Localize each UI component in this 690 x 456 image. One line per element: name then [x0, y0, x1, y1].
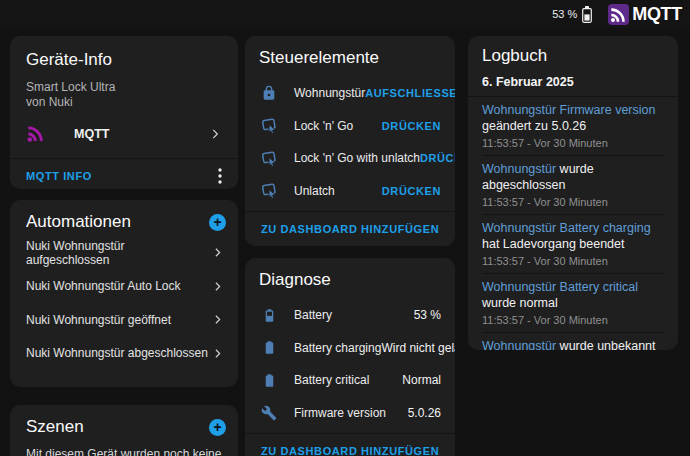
- diagnostic-row: Battery charging Wird nicht geladen: [259, 332, 441, 365]
- battery-charging-value: Wird nicht geladen: [381, 341, 455, 355]
- battery-value: 53 %: [414, 308, 441, 322]
- lock-icon: [259, 85, 279, 101]
- chevron-right-icon: [211, 246, 224, 259]
- automation-item[interactable]: Nuki Wohnungstür geöffnet: [10, 303, 238, 337]
- scenes-title: Szenen: [26, 417, 84, 437]
- automations-list: Nuki Wohnungstür aufgeschlossen Nuki Woh…: [10, 236, 238, 370]
- logbook-entry: Wohnungstür Firmware version geändert zu…: [482, 97, 664, 156]
- connection-row-mqtt[interactable]: MQTT: [26, 119, 222, 149]
- automation-item[interactable]: Nuki Wohnungstür Auto Lock: [10, 270, 238, 304]
- add-automation-button[interactable]: +: [209, 214, 226, 231]
- logbook-entity-link[interactable]: Wohnungstür Battery critical: [482, 280, 638, 294]
- automations-card: Automationen + Nuki Wohnungstür aufgesch…: [10, 200, 238, 387]
- logbook-entity-link[interactable]: Wohnungstür: [482, 339, 556, 350]
- wrench-icon: [259, 405, 279, 421]
- unlock-button[interactable]: AUFSCHLIESSEN: [365, 87, 455, 99]
- battery-half-icon: [259, 308, 279, 323]
- automation-item[interactable]: Nuki Wohnungstür abgeschlossen: [10, 337, 238, 371]
- device-summary: Smart Lock Ultra von Nuki: [26, 80, 222, 110]
- add-controls-to-dashboard-button[interactable]: ZU DASHBOARD HINZUFÜGEN: [261, 223, 439, 235]
- lock-n-go-button[interactable]: DRÜCKEN: [382, 120, 441, 132]
- app-brand-name: MQTT: [632, 4, 682, 25]
- chevron-right-icon: [211, 313, 224, 326]
- logbook-timestamp: 11:53:57 - Vor 30 Minuten: [482, 314, 664, 326]
- battery-icon: [259, 340, 279, 355]
- logbook-entry-text: hat Ladevorgang beendet: [482, 237, 625, 251]
- mqtt-logo-icon: [608, 4, 629, 25]
- controls-title: Steuerelemente: [259, 48, 441, 68]
- status-battery-percent: 53 %: [552, 8, 577, 20]
- unlatch-button[interactable]: DRÜCKEN: [382, 185, 441, 197]
- add-diagnostics-to-dashboard-button[interactable]: ZU DASHBOARD HINZUFÜGEN: [261, 445, 439, 456]
- scenes-empty-text: Mit diesem Gerät wurden noch keine Szene…: [10, 437, 238, 456]
- gesture-tap-icon: [259, 117, 279, 134]
- logbook-title: Logbuch: [482, 46, 664, 66]
- diagnostic-row: Battery critical Normal: [259, 364, 441, 397]
- battery-critical-value: Normal: [402, 373, 441, 387]
- logbook-entry: Wohnungstür Battery critical wurde norma…: [482, 274, 664, 333]
- logbook-entry-text: geändert zu 5.0.26: [482, 119, 586, 133]
- diagnostic-row: Battery 53 %: [259, 299, 441, 332]
- gesture-tap-icon: [259, 150, 279, 167]
- logbook-entity-link[interactable]: Wohnungstür: [482, 162, 556, 176]
- device-info-card: Geräte-Info Smart Lock Ultra von Nuki MQ…: [10, 36, 238, 189]
- add-scene-button[interactable]: +: [209, 419, 226, 436]
- control-row: Wohnungstür AUFSCHLIESSEN: [259, 77, 441, 110]
- middle-column: Steuerelemente Wohnungstür AUFSCHLIESSEN: [245, 36, 455, 456]
- firmware-version-value: 5.0.26: [408, 406, 441, 420]
- gesture-tap-icon: [259, 182, 279, 199]
- right-column: Logbuch 6. Februar 2025 Wohnungstür Firm…: [468, 36, 678, 456]
- logbook-entry-text: wurde unbekannt: [560, 339, 656, 350]
- logbook-entry-text: wurde normal: [482, 296, 558, 310]
- left-column: Geräte-Info Smart Lock Ultra von Nuki MQ…: [10, 36, 238, 456]
- device-info-title: Geräte-Info: [26, 50, 222, 70]
- chevron-right-icon: [211, 280, 224, 293]
- top-bar: 53 % MQTT: [0, 0, 690, 28]
- automations-title: Automationen: [26, 212, 131, 232]
- logbook-date-header: 6. Februar 2025: [482, 75, 664, 89]
- control-row: Unlatch DRÜCKEN: [259, 175, 441, 208]
- device-name: Smart Lock Ultra: [26, 80, 222, 95]
- diagnostics-card: Diagnose Battery 53 %: [245, 258, 455, 456]
- mqtt-info-button[interactable]: MQTT INFO: [26, 170, 92, 182]
- logbook-timestamp: 11:53:57 - Vor 30 Minuten: [482, 137, 664, 149]
- lock-n-go-unlatch-button[interactable]: DRÜCKEN: [420, 152, 455, 164]
- control-row: Lock 'n' Go DRÜCKEN: [259, 110, 441, 143]
- logbook-entry: Wohnungstür Battery charging hat Ladevor…: [482, 215, 664, 274]
- diagnostics-title: Diagnose: [259, 270, 441, 290]
- logbook-entity-link[interactable]: Wohnungstür Battery charging: [482, 221, 651, 235]
- logbook-entity-link[interactable]: Wohnungstür Firmware version: [482, 103, 655, 117]
- app-brand: MQTT: [608, 4, 682, 25]
- connection-label: MQTT: [74, 127, 109, 141]
- kebab-menu-icon[interactable]: [212, 164, 228, 188]
- battery-status-icon: [582, 6, 592, 23]
- logbook-entry: Wohnungstür wurde abgeschlossen 11:53:57…: [482, 156, 664, 215]
- automation-item[interactable]: Nuki Wohnungstür aufgeschlossen: [10, 236, 238, 270]
- device-page: Geräte-Info Smart Lock Ultra von Nuki MQ…: [0, 28, 690, 456]
- chevron-right-icon: [208, 127, 222, 141]
- diagnostic-row: Firmware version 5.0.26: [259, 397, 441, 430]
- battery-icon: [259, 373, 279, 388]
- logbook-timestamp: 11:53:57 - Vor 30 Minuten: [482, 255, 664, 267]
- chevron-right-icon: [211, 347, 224, 360]
- logbook-card: Logbuch 6. Februar 2025 Wohnungstür Firm…: [468, 36, 678, 350]
- controls-card: Steuerelemente Wohnungstür AUFSCHLIESSEN: [245, 36, 455, 246]
- scenes-card: Szenen + Mit diesem Gerät wurden noch ke…: [10, 405, 238, 456]
- logbook-entry: Wohnungstür wurde unbekannt 11:53:57 - V…: [482, 333, 664, 350]
- control-row: Lock 'n' Go with unlatch DRÜCKEN: [259, 142, 441, 175]
- mqtt-signal-icon: [26, 125, 47, 143]
- logbook-timestamp: 11:53:57 - Vor 30 Minuten: [482, 196, 664, 208]
- device-vendor: von Nuki: [26, 95, 222, 110]
